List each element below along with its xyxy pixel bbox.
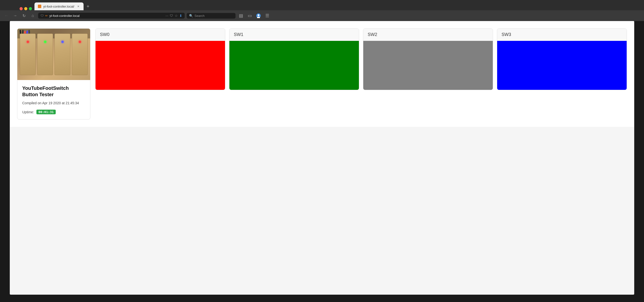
new-tab-button[interactable]: + <box>84 3 92 10</box>
pedal-container <box>20 34 88 75</box>
compiled-text: Compiled on Apr 19 2020 at 21:45:34 <box>22 101 85 106</box>
more-icon[interactable]: ··· <box>166 14 168 18</box>
library-icon[interactable]: ▤ <box>238 12 244 19</box>
switch-label-1: SW1 <box>230 29 359 41</box>
switch-color-3 <box>497 41 627 90</box>
forward-button[interactable]: → <box>12 12 18 19</box>
menu-icon[interactable]: ☰ <box>264 12 271 19</box>
page-content: YouTubeFootSwitch Button Tester Compiled… <box>10 21 634 127</box>
browser-viewport: YouTubeFootSwitch Button Tester Compiled… <box>10 21 634 295</box>
uptime-row: Uptime: 00:01:31 <box>22 110 85 114</box>
tab-title: yt-foot-controller.local/ <box>43 5 74 8</box>
close-button[interactable] <box>20 7 23 10</box>
pedal-unit-1 <box>37 34 53 75</box>
info-card: YouTubeFootSwitch Button Tester Compiled… <box>17 28 90 119</box>
traffic-lights <box>20 7 32 10</box>
account-icon[interactable] <box>255 12 262 19</box>
card-info: YouTubeFootSwitch Button Tester Compiled… <box>17 80 90 119</box>
uptime-badge: 00:01:31 <box>36 110 56 114</box>
home-button[interactable]: ⌂ <box>29 12 36 19</box>
uptime-label: Uptime: <box>22 110 34 114</box>
switches-container: SW0SW1SW2SW3 <box>95 28 627 90</box>
switch-label-2: SW2 <box>363 29 493 41</box>
download-icon[interactable]: ⬇ <box>179 14 182 18</box>
switch-card-3: SW3 <box>497 28 627 90</box>
back-button[interactable]: ← <box>3 12 10 19</box>
toolbar-right: ▤ ▭ ☰ <box>238 12 271 19</box>
address-bar[interactable]: 🛡 ✏ yt-foot-controller.local ··· 🛡 ☆ ⬇ <box>38 13 185 19</box>
address-text: yt-foot-controller.local <box>49 14 164 18</box>
sidebar-icon[interactable]: ▭ <box>246 12 253 19</box>
svg-point-1 <box>258 15 260 16</box>
pedal-led-0 <box>27 41 29 43</box>
switch-color-1 <box>230 41 359 90</box>
switch-color-2 <box>363 41 493 90</box>
reload-button[interactable]: ↻ <box>20 12 27 19</box>
pedal-led-3 <box>79 41 81 43</box>
shield-icon: 🛡 <box>40 14 44 18</box>
edit-icon: ✏ <box>45 14 48 18</box>
search-placeholder-text: Search <box>194 14 204 18</box>
tab-close-button[interactable]: ✕ <box>76 5 80 8</box>
switch-card-1: SW1 <box>229 28 359 90</box>
address-actions: ··· 🛡 ☆ ⬇ <box>166 14 182 18</box>
bookmark-icon[interactable]: ☆ <box>175 14 178 18</box>
switch-color-0 <box>96 41 225 90</box>
active-tab[interactable]: yt-foot-controller.local/ ✕ <box>34 3 84 10</box>
switch-card-2: SW2 <box>363 28 493 90</box>
browser-chrome: yt-foot-controller.local/ ✕ + ← → ↻ ⌂ 🛡 … <box>0 0 644 21</box>
search-icon: 🔍 <box>189 14 193 18</box>
switch-card-0: SW0 <box>95 28 225 90</box>
app-title: YouTubeFootSwitch Button Tester <box>22 85 85 98</box>
switch-label-3: SW3 <box>497 29 627 41</box>
tab-favicon <box>38 5 41 8</box>
minimize-button[interactable] <box>24 7 27 10</box>
device-image <box>17 29 90 80</box>
pedal-led-2 <box>61 41 64 43</box>
switch-label-0: SW0 <box>96 29 225 41</box>
pedal-unit-2 <box>54 34 70 75</box>
pedal-unit-0 <box>20 34 36 75</box>
pocket-icon[interactable]: 🛡 <box>170 14 173 18</box>
pedal-unit-3 <box>72 34 88 75</box>
search-bar[interactable]: 🔍 Search <box>187 13 236 19</box>
tab-bar: yt-foot-controller.local/ ✕ + <box>0 0 644 10</box>
pedal-led-1 <box>44 41 46 43</box>
fullscreen-button[interactable] <box>29 7 32 10</box>
nav-bar: ← → ↻ ⌂ 🛡 ✏ yt-foot-controller.local ···… <box>0 10 644 21</box>
